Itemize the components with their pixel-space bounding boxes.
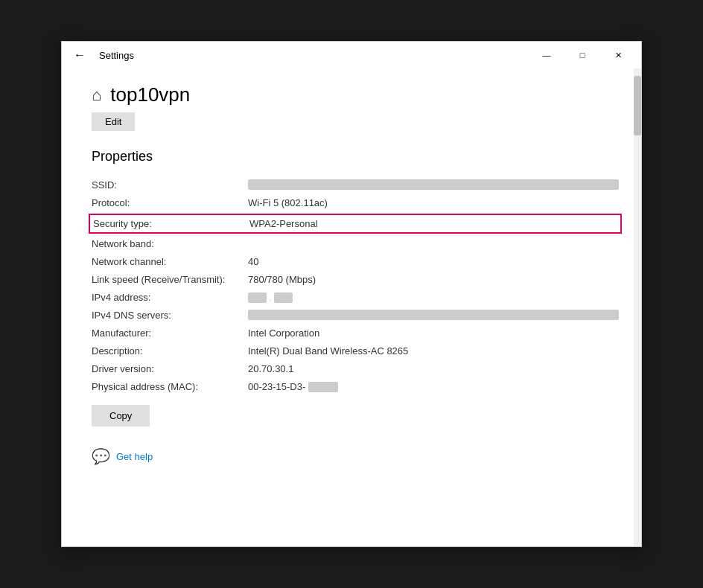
value-link-speed: 780/780 (Mbps) xyxy=(248,274,619,285)
value-network-channel: 40 xyxy=(248,256,619,267)
property-row-manufacturer: Manufacturer: Intel Corporation xyxy=(92,325,619,342)
label-protocol: Protocol: xyxy=(92,197,248,208)
label-network-channel: Network channel: xyxy=(92,256,248,267)
close-button[interactable]: ✕ xyxy=(601,43,635,67)
value-description: Intel(R) Dual Band Wireless-AC 8265 xyxy=(248,345,619,357)
label-ipv4-address: IPv4 address: xyxy=(92,292,248,303)
label-mac: Physical address (MAC): xyxy=(92,381,248,392)
value-manufacturer: Intel Corporation xyxy=(248,327,619,339)
ipv4-part1 xyxy=(248,293,267,303)
section-title: Properties xyxy=(92,149,619,164)
value-driver: 20.70.30.1 xyxy=(248,363,619,374)
title-bar-controls: — □ ✕ xyxy=(529,43,635,67)
scrollbar[interactable] xyxy=(634,68,641,546)
back-button[interactable]: ← xyxy=(68,43,92,67)
settings-window: ← Settings — □ ✕ ⌂ top10vpn Edit Propert… xyxy=(61,41,642,547)
copy-button[interactable]: Copy xyxy=(92,405,150,426)
property-row-link-speed: Link speed (Receive/Transmit): 780/780 (… xyxy=(92,271,619,289)
value-ssid xyxy=(248,179,619,190)
mac-visible: 00-23-15-D3- xyxy=(248,381,305,392)
label-network-band: Network band: xyxy=(92,238,248,249)
label-security: Security type: xyxy=(93,218,249,229)
property-row-network-channel: Network channel: 40 xyxy=(92,253,619,271)
property-row-driver: Driver version: 20.70.30.1 xyxy=(92,360,619,378)
label-ssid: SSID: xyxy=(92,179,248,191)
property-row-mac: Physical address (MAC): 00-23-15-D3- xyxy=(92,378,619,396)
ipv4-part2 xyxy=(274,293,293,303)
label-driver: Driver version: xyxy=(92,363,248,374)
label-description: Description: xyxy=(92,345,248,357)
ipv4-blur: . xyxy=(248,292,293,303)
value-dns xyxy=(248,310,619,320)
title-bar: ← Settings — □ ✕ xyxy=(62,42,641,68)
minimize-button[interactable]: — xyxy=(529,43,564,67)
value-protocol: Wi-Fi 5 (802.11ac) xyxy=(248,197,619,208)
value-security: WPA2-Personal xyxy=(249,218,617,229)
value-mac: 00-23-15-D3- xyxy=(248,381,619,392)
edit-button[interactable]: Edit xyxy=(92,112,135,131)
scrollbar-thumb[interactable] xyxy=(634,76,641,135)
mac-hidden xyxy=(308,382,338,392)
label-link-speed: Link speed (Receive/Transmit): xyxy=(92,274,248,285)
value-ipv4-address: . xyxy=(248,292,619,304)
window-title: Settings xyxy=(99,50,134,61)
page-title: top10vpn xyxy=(110,83,190,106)
help-icon: 💬 xyxy=(92,447,110,465)
mac-partial: 00-23-15-D3- xyxy=(248,381,338,392)
property-row-protocol: Protocol: Wi-Fi 5 (802.11ac) xyxy=(92,194,619,212)
property-row-ipv4-address: IPv4 address: . xyxy=(92,289,619,307)
property-row-security: Security type: WPA2-Personal xyxy=(89,214,622,234)
label-dns: IPv4 DNS servers: xyxy=(92,310,248,321)
get-help-section: 💬 Get help xyxy=(92,447,619,465)
property-row-network-band: Network band: xyxy=(92,235,619,253)
property-row-dns: IPv4 DNS servers: xyxy=(92,307,619,325)
title-bar-left: ← Settings xyxy=(68,43,134,67)
home-icon: ⌂ xyxy=(92,86,101,105)
label-manufacturer: Manufacturer: xyxy=(92,327,248,339)
property-row-description: Description: Intel(R) Dual Band Wireless… xyxy=(92,342,619,360)
help-link[interactable]: Get help xyxy=(116,451,153,462)
content-area: ⌂ top10vpn Edit Properties SSID: Protoco… xyxy=(62,68,641,546)
page-header: ⌂ top10vpn xyxy=(92,83,619,106)
property-row-ssid: SSID: xyxy=(92,176,619,194)
maximize-button[interactable]: □ xyxy=(565,43,599,67)
